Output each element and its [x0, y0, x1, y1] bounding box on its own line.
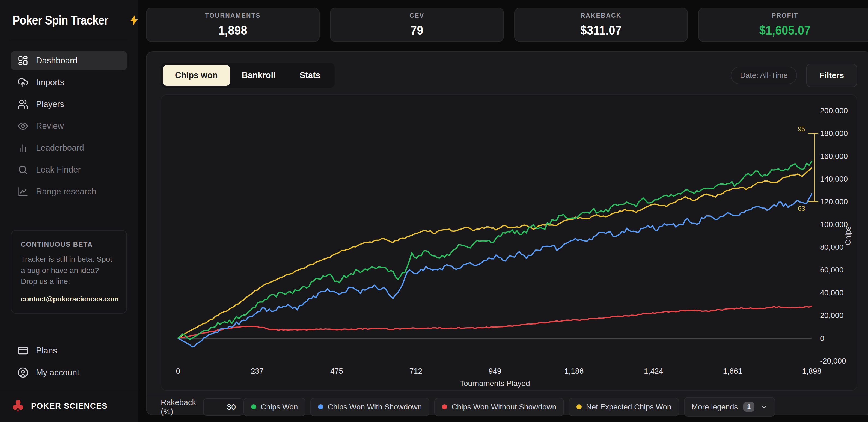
- sidebar-item-review[interactable]: Review: [11, 117, 127, 135]
- y-tick-label: 0: [820, 334, 824, 342]
- legend-chips-won-with-showdown[interactable]: Chips Won With Showdown: [310, 398, 429, 416]
- club-icon: ♣: [11, 398, 25, 414]
- y-tick-label: 160,000: [820, 152, 848, 160]
- nav-label: Players: [36, 99, 64, 109]
- legend-dot-icon: [251, 404, 256, 410]
- nav-label: Range research: [36, 187, 96, 197]
- legend-label: Chips Won With Showdown: [328, 403, 422, 411]
- nav-label: Plans: [36, 346, 57, 356]
- bar-chart-icon: [18, 143, 28, 153]
- sidebar-item-leaderboard[interactable]: Leaderboard: [11, 139, 127, 157]
- x-tick-label: 1,661: [723, 367, 742, 375]
- beta-notice: CONTINUOUS BETA Tracker is still in beta…: [11, 230, 127, 313]
- legend-chips-won[interactable]: Chips Won: [244, 398, 305, 416]
- ci-bottom-label: 63: [798, 205, 805, 212]
- y-axis-title: Chips: [843, 226, 852, 245]
- tab-group: Chips wonBankrollStats: [161, 63, 335, 88]
- y-tick-label: 140,000: [820, 175, 848, 183]
- app-root: Poker Spin Tracker DashboardImportsPlaye…: [0, 0, 868, 422]
- tab-stats[interactable]: Stats: [288, 65, 333, 86]
- brand-name: POKER SCIENCES: [31, 401, 107, 411]
- filters-button[interactable]: Filters: [806, 64, 857, 87]
- cloud-upload-icon: [18, 77, 28, 88]
- sidebar-divider: [9, 39, 129, 40]
- sidebar-item-range-research[interactable]: Range research: [11, 182, 127, 201]
- series-chips-won-with-showdown: [178, 193, 812, 347]
- x-axis-title: Tournaments Played: [460, 380, 530, 388]
- y-tick-label: 120,000: [820, 198, 848, 206]
- chart-header: Chips wonBankrollStats Date: All-Time Fi…: [147, 52, 868, 88]
- y-tick-label: 40,000: [820, 289, 843, 297]
- legend-label: Chips Won Without Showdown: [452, 403, 556, 411]
- chart-card: Chips wonBankrollStats Date: All-Time Fi…: [146, 51, 868, 415]
- eye-icon: [18, 121, 28, 131]
- series-chips-won: [178, 161, 812, 339]
- sidebar-item-imports[interactable]: Imports: [11, 73, 127, 92]
- stat-label: TOURNAMENTS: [205, 12, 261, 19]
- sidebar-bottom-nav: PlansMy account: [11, 341, 127, 382]
- sidebar-item-my-account[interactable]: My account: [11, 363, 127, 382]
- more-legends-count-badge: 1: [743, 402, 754, 412]
- chart-plot-area[interactable]: 200,000180,000160,000140,000120,000100,0…: [161, 94, 857, 391]
- credit-card-icon: [18, 345, 28, 356]
- legend-chips-won-without-showdown[interactable]: Chips Won Without Showdown: [434, 398, 564, 416]
- stat-value: 79: [410, 23, 423, 38]
- sidebar-item-players[interactable]: Players: [11, 95, 127, 114]
- y-tick-label: 200,000: [820, 107, 848, 115]
- y-tick-label: -20,000: [820, 357, 846, 365]
- date-filter-pill[interactable]: Date: All-Time: [731, 67, 797, 84]
- stat-value: $311.07: [580, 23, 622, 38]
- more-legends-button[interactable]: More legends1: [684, 397, 775, 417]
- sidebar-footer: ♣ POKER SCIENCES: [0, 390, 138, 422]
- stat-value: $1,605.07: [760, 23, 811, 38]
- sidebar-item-plans[interactable]: Plans: [11, 341, 127, 360]
- user-circle-icon: [18, 367, 28, 378]
- x-tick-label: 475: [330, 367, 343, 375]
- chevron-down-icon: [761, 403, 768, 411]
- sidebar: Poker Spin Tracker DashboardImportsPlaye…: [0, 0, 138, 422]
- sidebar-item-dashboard[interactable]: Dashboard: [11, 51, 127, 70]
- dashboard-icon: [18, 55, 28, 66]
- legend-dot-icon: [442, 404, 447, 410]
- rakeback-input[interactable]: [203, 398, 244, 416]
- tab-chips-won[interactable]: Chips won: [163, 65, 230, 86]
- stat-label: CEV: [409, 12, 424, 19]
- stat-value: 1,898: [218, 23, 247, 38]
- y-tick-label: 80,000: [820, 243, 843, 251]
- x-tick-label: 1,898: [802, 367, 822, 375]
- y-tick-label: 60,000: [820, 266, 843, 274]
- x-tick-label: 0: [176, 367, 180, 375]
- stats-row: TOURNAMENTS1,898CEV79RAKEBACK$311.07PROF…: [146, 8, 868, 42]
- ci-top-label: 95: [798, 126, 805, 133]
- stat-label: PROFIT: [772, 12, 798, 19]
- line-chart-icon: [18, 186, 28, 197]
- x-tick-label: 712: [409, 367, 422, 375]
- chips-line-chart[interactable]: 200,000180,000160,000140,000120,000100,0…: [161, 95, 857, 390]
- legend-label: Net Expected Chips Won: [586, 403, 671, 411]
- main-content: TOURNAMENTS1,898CEV79RAKEBACK$311.07PROF…: [138, 0, 868, 422]
- users-icon: [18, 99, 28, 110]
- tab-bankroll[interactable]: Bankroll: [230, 65, 288, 86]
- nav-label: Imports: [36, 78, 64, 87]
- header-right: Date: All-Time Filters: [731, 64, 857, 87]
- legend-label: Chips Won: [261, 403, 298, 411]
- beta-body: Tracker is still in beta. Spot a bug or …: [21, 254, 117, 287]
- y-tick-label: 20,000: [820, 311, 843, 320]
- legend-dot-icon: [577, 404, 582, 410]
- nav-label: Leak Finder: [36, 165, 81, 175]
- nav-label: Dashboard: [36, 56, 78, 65]
- beta-title: CONTINUOUS BETA: [21, 240, 117, 248]
- contact-email-link[interactable]: contact@pokersciences.com: [21, 295, 117, 303]
- nav-label: Review: [36, 121, 64, 131]
- stat-card-cev: CEV79: [330, 8, 504, 42]
- rakeback-label: Rakeback (%): [161, 398, 196, 416]
- sidebar-item-leak-finder[interactable]: Leak Finder: [11, 160, 127, 179]
- y-tick-label: 180,000: [820, 129, 848, 138]
- x-tick-label: 1,424: [644, 367, 663, 375]
- stat-card-tournaments: TOURNAMENTS1,898: [146, 8, 320, 42]
- stat-label: RAKEBACK: [581, 12, 622, 19]
- sidebar-nav: DashboardImportsPlayersReviewLeaderboard…: [11, 51, 127, 204]
- legend-net-expected-chips-won[interactable]: Net Expected Chips Won: [569, 398, 679, 416]
- nav-label: Leaderboard: [36, 143, 84, 153]
- x-tick-label: 1,186: [564, 367, 584, 375]
